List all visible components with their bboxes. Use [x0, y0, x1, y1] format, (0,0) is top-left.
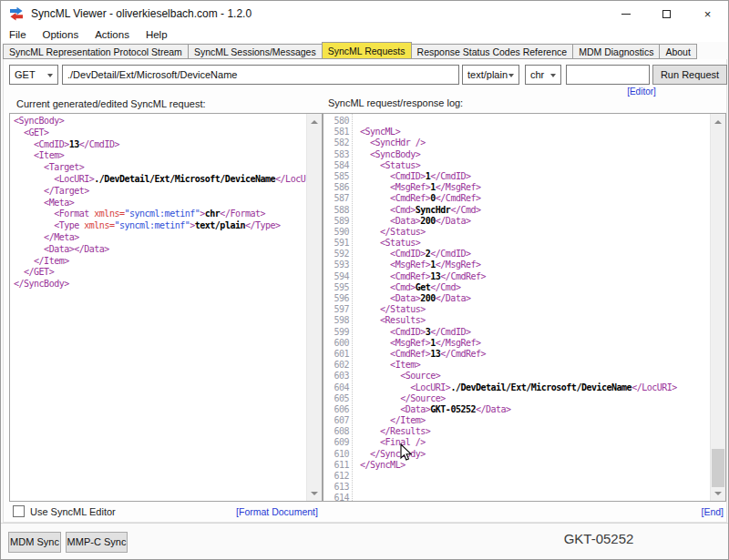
xml-token-tag: </SyncBody> [360, 449, 426, 459]
chevron-down-icon [508, 74, 514, 77]
mdm-sync-button[interactable]: MDM Sync [8, 532, 61, 553]
scrollbar-thumb[interactable] [712, 449, 724, 487]
line-number: 613 [323, 482, 349, 493]
use-syncml-editor-checkbox[interactable] [13, 505, 25, 517]
code-line: <Data></Data> [14, 244, 306, 256]
run-request-button[interactable]: Run Request [652, 65, 727, 85]
xml-token-tag: <SyncBody> [360, 149, 420, 159]
minimize-icon [621, 14, 631, 15]
format-document-link[interactable]: [Format Document] [222, 506, 332, 517]
tab-response-status-codes-reference[interactable]: Response Status Codes Reference [411, 44, 574, 59]
tab-mdm-diagnostics[interactable]: MDM Diagnostics [572, 44, 660, 59]
code-line: <Type xmlns="syncml:metinf">text/plain</… [14, 220, 306, 232]
line-number: 583 [323, 149, 349, 160]
line-number: 580 [323, 116, 349, 127]
log-editor-scrollbar[interactable] [710, 114, 725, 501]
scroll-down-icon[interactable] [307, 486, 322, 500]
xml-token-tag: <CmdID> [360, 327, 426, 337]
xml-token-tag: </GET> [14, 267, 54, 277]
xml-token-tag: </Cmd> [450, 205, 480, 215]
xml-token-tag: </Status> [360, 227, 426, 237]
menu-item-help[interactable]: Help [138, 28, 176, 41]
line-number: 612 [323, 471, 349, 482]
xml-token-tag: </CmdRef> [436, 193, 481, 203]
request-panel-label: Current generated/edited SyncML request: [16, 98, 206, 109]
mmpc-sync-button[interactable]: MMP-C Sync [66, 532, 128, 553]
xml-token-txt: 13 [430, 271, 440, 281]
chevron-down-icon [47, 74, 53, 77]
code-line: <CmdID>3</CmdID> [360, 327, 710, 338]
code-line: <Data>200</Data> [360, 293, 710, 304]
request-editor[interactable]: <SyncBody> <GET> <CmdID>13</CmdID> <Item… [9, 113, 323, 502]
code-line [360, 482, 710, 493]
xml-token-tag: <Data> [360, 216, 420, 226]
xml-token-txt: 200 [420, 293, 436, 303]
xml-token-tag: <Item> [14, 150, 64, 160]
xml-token-tag: </CmdID> [79, 139, 119, 149]
code-line: </Item> [14, 256, 306, 268]
uri-input[interactable] [62, 65, 459, 85]
method-select[interactable]: GET [9, 65, 58, 85]
log-editor[interactable]: 5805815825835845855865875885895905915925… [323, 113, 726, 502]
line-number: 593 [323, 260, 349, 270]
xml-token-tag: </CmdID> [430, 327, 470, 337]
title-bar: SyncML Viewer - oliverkieselbach.com - 1… [1, 1, 728, 26]
tab-syncml-sessions-messages[interactable]: SyncML Sessions/Messages [188, 44, 323, 59]
maximize-button[interactable] [646, 1, 687, 26]
xml-token-attr: xmlns= [94, 209, 124, 219]
xml-token-tag: </MsgRef> [436, 338, 481, 348]
menu-item-file[interactable]: File [1, 28, 35, 41]
xml-token-tag: <Item> [360, 360, 420, 370]
code-line: <Item> [360, 360, 710, 371]
app-sync-icon [9, 6, 24, 21]
xml-token-tag: <MsgRef> [360, 338, 430, 348]
tab-syncml-representation-protocol-stream[interactable]: SyncML Representation Protocol Stream [3, 44, 189, 59]
tab-about[interactable]: About [659, 44, 696, 59]
line-number: 595 [323, 282, 349, 293]
line-number: 599 [323, 327, 349, 338]
code-line: </GET> [14, 267, 306, 279]
code-line: <Target> [14, 162, 306, 174]
xml-token-tag: </Meta> [14, 232, 79, 242]
xml-token-tag: <Cmd> [360, 282, 416, 292]
menu-item-options[interactable]: Options [35, 28, 87, 41]
tab-syncml-requests[interactable]: SyncML Requests [322, 42, 412, 59]
xml-token-tag: </CmdID> [430, 249, 470, 259]
line-number: 586 [323, 182, 349, 193]
xml-token-tag: <SyncBody> [14, 116, 64, 126]
xml-token-tag: <Source> [360, 371, 440, 381]
content-type-select[interactable]: text/plain [462, 65, 519, 85]
end-link[interactable]: [End] [673, 506, 724, 517]
close-button[interactable]: × [687, 1, 728, 26]
xml-token-tag: <Status> [360, 160, 420, 170]
log-panel-label: SyncML request/response log: [328, 97, 463, 108]
line-number: 584 [323, 160, 349, 171]
code-line [360, 493, 710, 501]
code-line: <MsgRef>1</MsgRef> [360, 338, 710, 349]
editor-link[interactable]: [Editor] [607, 87, 676, 97]
xml-token-tag: </Data> [436, 293, 471, 303]
xml-token-tag: </SyncBody> [14, 279, 69, 289]
xml-token-tag: <CmdRef> [360, 349, 430, 359]
minimize-button[interactable] [605, 1, 646, 26]
xml-token-tag: <CmdID> [14, 139, 69, 149]
data-input[interactable] [566, 65, 650, 85]
xml-token-tag: </MsgRef> [436, 182, 481, 192]
code-line: </Results> [360, 426, 710, 437]
use-syncml-editor-label: Use SyncML Editor [30, 506, 116, 517]
code-line: </Status> [360, 304, 710, 315]
code-line: </Item> [360, 415, 710, 426]
scroll-up-icon[interactable] [711, 115, 725, 128]
line-number: 594 [323, 271, 349, 282]
format-select[interactable]: chr [525, 65, 561, 85]
line-number: 591 [323, 238, 349, 249]
menu-item-actions[interactable]: Actions [87, 28, 138, 41]
xml-token-tag: </CmdRef> [440, 349, 486, 359]
scroll-down-icon[interactable] [711, 486, 725, 500]
scroll-up-icon[interactable] [307, 115, 322, 128]
xml-token-tag: </Item> [14, 256, 69, 266]
xml-token-val: "syncml:metinf" [114, 220, 190, 230]
request-editor-scrollbar[interactable] [306, 114, 322, 501]
xml-token-txt: chr [205, 209, 221, 219]
maximize-icon [662, 10, 671, 18]
